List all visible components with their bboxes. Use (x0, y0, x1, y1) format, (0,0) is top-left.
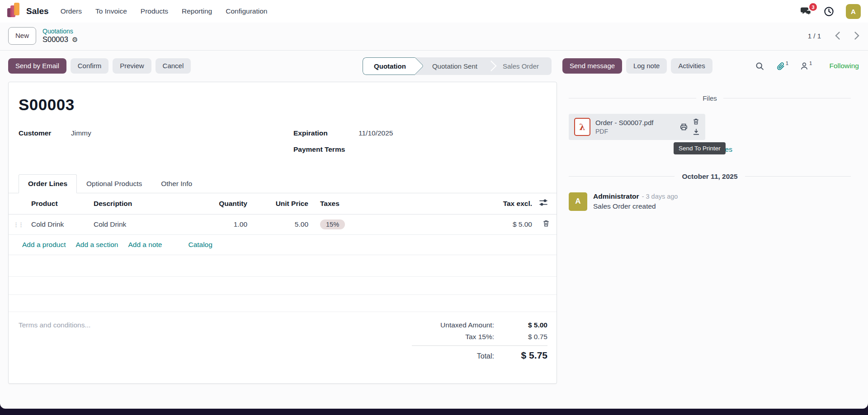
attachment-count: 1 (786, 61, 788, 66)
cancel-button[interactable]: Cancel (156, 58, 191, 74)
app-logo-icon[interactable] (7, 5, 20, 18)
form-view: S00003 Customer Jimmy Expiration 11/10/2… (0, 82, 557, 384)
breadcrumb-quotations[interactable]: Quotations (42, 28, 78, 35)
order-line-row[interactable]: ⋮⋮ Cold Drink Cold Drink 1.00 5.00 15% $… (9, 214, 557, 234)
follower-count: 1 (809, 61, 812, 66)
tab-other-info[interactable]: Other Info (151, 174, 202, 193)
header-unit-price[interactable]: Unit Price (251, 193, 312, 214)
send-to-printer-tooltip: Send To Printer (674, 142, 726, 154)
tax-value: $ 0.75 (494, 333, 547, 341)
control-panel: New Quotations S00003 ⚙ 1 / 1 (0, 23, 868, 50)
gear-icon[interactable]: ⚙ (72, 36, 78, 44)
feed-date-divider: October 11, 2025 (569, 173, 851, 181)
empty-line (9, 255, 557, 277)
delete-line-icon[interactable] (542, 219, 550, 227)
chatter-toolbar: Send message Log note Activities 1 1 Fol… (562, 58, 868, 74)
menu-to-invoice[interactable]: To Invoice (95, 7, 127, 15)
tab-optional-products[interactable]: Optional Products (77, 174, 151, 193)
drag-handle-icon[interactable]: ⋮⋮ (13, 221, 23, 228)
pager: 1 / 1 (808, 31, 860, 40)
order-lines-table: Product Description Quantity Unit Price … (9, 193, 557, 235)
preview-button[interactable]: Preview (113, 58, 151, 74)
notebook-tabs: Order Lines Optional Products Other Info (9, 174, 557, 193)
pager-count: 1 / 1 (808, 32, 821, 40)
feed-message: A Administrator - 3 days ago Sales Order… (569, 192, 851, 211)
column-config-icon[interactable] (539, 199, 547, 206)
untaxed-amount-label: Untaxed Amount: (440, 321, 494, 329)
tax-label: Tax 15%: (465, 333, 494, 341)
header-description[interactable]: Description (90, 193, 183, 214)
quotation-title[interactable]: S00003 (19, 96, 547, 114)
print-attachment-icon[interactable] (679, 123, 688, 131)
files-section-title: Files (569, 94, 851, 102)
customer-label: Customer (19, 129, 71, 137)
menu-orders[interactable]: Orders (61, 7, 82, 15)
message-avatar[interactable]: A (569, 192, 587, 211)
menu-products[interactable]: Products (141, 7, 168, 15)
add-section-link[interactable]: Add a section (76, 241, 118, 249)
add-product-link[interactable]: Add a product (22, 241, 66, 249)
pdf-icon: λ (574, 118, 590, 136)
download-attachment-icon[interactable] (693, 128, 700, 135)
cell-subtotal: $ 5.00 (461, 214, 536, 234)
cell-quantity[interactable]: 1.00 (183, 214, 251, 234)
search-messages-icon[interactable] (755, 61, 764, 71)
header-product[interactable]: Product (28, 193, 90, 214)
main-menu: Orders To Invoice Products Reporting Con… (61, 7, 268, 15)
terms-placeholder[interactable]: Terms and conditions... (19, 319, 90, 363)
breadcrumb: Quotations S00003 ⚙ (42, 28, 78, 44)
delete-attachment-icon[interactable] (693, 118, 700, 125)
action-toolbar: Send by Email Confirm Preview Cancel Quo… (0, 51, 868, 82)
catalog-link[interactable]: Catalog (188, 241, 212, 249)
pager-next-icon[interactable] (854, 31, 860, 40)
add-note-link[interactable]: Add a note (128, 241, 162, 249)
new-button[interactable]: New (8, 27, 36, 45)
chatter-panel: Files λ Order - S00007.pdf PDF (557, 82, 868, 211)
status-step-quotation[interactable]: Quotation (363, 57, 415, 75)
attachment-name[interactable]: Order - S00007.pdf (595, 119, 675, 126)
message-author[interactable]: Administrator (593, 192, 639, 201)
cell-product[interactable]: Cold Drink (28, 214, 90, 234)
menu-configuration[interactable]: Configuration (226, 7, 267, 15)
status-bar: Quotation Quotation Sent Sales Order (363, 57, 552, 75)
cell-description[interactable]: Cold Drink (90, 214, 183, 234)
messages-badge: 3 (809, 3, 817, 11)
user-avatar[interactable]: A (846, 4, 861, 19)
activities-clock-icon[interactable] (824, 6, 834, 17)
customer-value[interactable]: Jimmy (71, 129, 91, 137)
send-message-button[interactable]: Send message (562, 58, 622, 74)
payment-terms-label: Payment Terms (293, 145, 359, 154)
expiration-value[interactable]: 11/10/2025 (359, 129, 393, 137)
tab-order-lines[interactable]: Order Lines (19, 174, 77, 193)
messages-icon[interactable]: 3 (800, 6, 812, 16)
following-button[interactable]: Following (830, 62, 859, 70)
attachment-type: PDF (595, 128, 675, 135)
followers-icon[interactable]: 1 (800, 61, 811, 71)
app-name[interactable]: Sales (26, 6, 49, 16)
confirm-button[interactable]: Confirm (71, 58, 109, 74)
cell-unit-price[interactable]: 5.00 (251, 214, 312, 234)
header-subtotal[interactable]: Tax excl. (461, 193, 536, 214)
header-quantity[interactable]: Quantity (183, 193, 251, 214)
quotation-sheet: S00003 Customer Jimmy Expiration 11/10/2… (8, 82, 557, 384)
pager-prev-icon[interactable] (835, 31, 840, 40)
status-step-sales-order[interactable]: Sales Order (490, 57, 552, 75)
header-taxes[interactable]: Taxes (312, 193, 461, 214)
message-body: Sales Order created (593, 202, 678, 210)
send-by-email-button[interactable]: Send by Email (8, 58, 66, 74)
log-note-button[interactable]: Log note (626, 58, 667, 74)
line-add-links: Add a product Add a section Add a note C… (9, 235, 557, 255)
empty-line (9, 295, 557, 312)
message-timestamp: - 3 days ago (642, 193, 678, 200)
attachments-paperclip-icon[interactable]: 1 (776, 61, 788, 71)
app-window: Sales Orders To Invoice Products Reporti… (0, 0, 868, 409)
breadcrumb-current: S00003 (42, 35, 68, 44)
activities-button[interactable]: Activities (671, 58, 712, 74)
total-label: Total: (477, 352, 494, 360)
tax-badge[interactable]: 15% (320, 219, 345, 229)
attachment-card[interactable]: λ Order - S00007.pdf PDF (569, 114, 705, 140)
untaxed-amount-value: $ 5.00 (494, 321, 547, 329)
menu-reporting[interactable]: Reporting (182, 7, 212, 15)
status-step-quotation-sent[interactable]: Quotation Sent (415, 57, 490, 75)
top-navbar: Sales Orders To Invoice Products Reporti… (0, 0, 868, 23)
